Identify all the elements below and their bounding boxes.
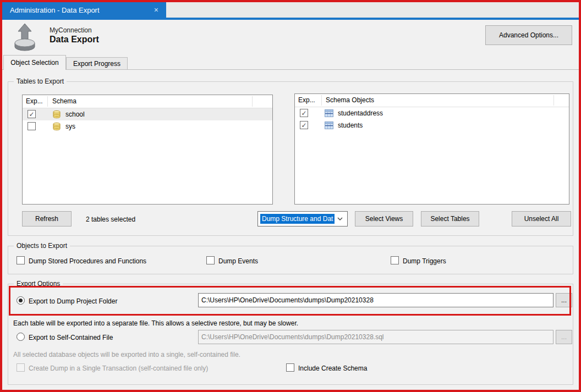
- export-checkbox-checked[interactable]: ✓: [300, 121, 308, 129]
- dump-type-dropdown[interactable]: Dump Structure and Dat: [257, 211, 348, 227]
- column-separator: [553, 95, 554, 106]
- tab-export-progress[interactable]: Export Progress: [66, 57, 128, 70]
- dump-folder-path-input[interactable]: C:\Users\HP\OneDrive\Documents\dumps\Dum…: [198, 293, 553, 307]
- select-tables-button[interactable]: Select Tables: [421, 211, 479, 227]
- unselect-all-button[interactable]: Unselect All: [512, 211, 571, 227]
- close-icon[interactable]: ×: [154, 5, 158, 14]
- column-separator: [252, 96, 253, 107]
- schema-list-header: Exp... Schema: [23, 95, 272, 108]
- export-checkbox-checked[interactable]: ✓: [300, 109, 308, 117]
- dump-events-checkbox[interactable]: [206, 256, 215, 264]
- column-schema-objects: Schema Objects: [326, 96, 374, 104]
- schema-name: school: [65, 111, 85, 118]
- table-icon: [325, 122, 333, 131]
- table-name: students: [338, 122, 363, 129]
- include-create-schema-checkbox[interactable]: [286, 363, 294, 372]
- include-create-schema-label: Include Create Schema: [298, 365, 367, 372]
- table-icon: [325, 109, 333, 119]
- schema-list[interactable]: Exp... Schema ✓ school: [22, 95, 273, 205]
- export-checkbox-checked[interactable]: ✓: [28, 110, 36, 118]
- tab-object-selection[interactable]: Object Selection: [3, 55, 66, 70]
- connection-name: MyConnection: [50, 26, 92, 34]
- page-title: Data Export: [50, 35, 99, 45]
- column-separator: [47, 96, 48, 107]
- column-export: Exp...: [298, 96, 315, 104]
- group-title: Export Options: [14, 280, 63, 288]
- tab-administration-data-export[interactable]: Administration - Data Export ×: [2, 2, 166, 18]
- dump-folder-note: Each table will be exported into a separ…: [13, 319, 298, 327]
- column-separator: [321, 95, 322, 106]
- dump-stored-procedures-checkbox[interactable]: [17, 256, 25, 264]
- refresh-button[interactable]: Refresh: [22, 211, 72, 227]
- data-export-window: Administration - Data Export × MyConnect…: [0, 0, 581, 392]
- dump-triggers-checkbox[interactable]: [391, 256, 399, 264]
- select-views-button[interactable]: Select Views: [355, 211, 413, 227]
- export-dump-folder-radio[interactable]: [17, 296, 25, 305]
- export-dump-folder-label: Export to Dump Project Folder: [29, 297, 117, 305]
- table-row-students[interactable]: ✓ students: [295, 119, 569, 131]
- tab-title: Administration - Data Export: [10, 6, 100, 14]
- schema-objects-list[interactable]: Exp... Schema Objects ✓ studentaddress ✓: [294, 93, 569, 205]
- dropdown-selected-value: Dump Structure and Dat: [260, 214, 335, 224]
- chevron-down-icon: [335, 217, 345, 220]
- group-title: Tables to Export: [14, 78, 67, 85]
- dump-triggers-label: Dump Triggers: [403, 257, 446, 265]
- table-name: studentaddress: [338, 109, 383, 117]
- export-self-contained-radio[interactable]: [17, 333, 25, 341]
- self-contained-note: All selected database objects will be ex…: [13, 351, 240, 358]
- schema-row-school[interactable]: ✓ school: [23, 108, 272, 120]
- export-self-contained-label: Export to Self-Contained File: [29, 334, 113, 341]
- database-icon: [52, 122, 61, 132]
- database-icon: [52, 110, 61, 120]
- dump-stored-procedures-label: Dump Stored Procedures and Functions: [29, 257, 146, 265]
- table-row-studentaddress[interactable]: ✓ studentaddress: [295, 107, 569, 119]
- schema-name: sys: [65, 123, 75, 130]
- self-contained-browse-button: ...: [556, 330, 572, 344]
- advanced-options-button[interactable]: Advanced Options...: [485, 25, 572, 45]
- single-transaction-checkbox: [17, 363, 25, 372]
- export-checkbox-unchecked[interactable]: [28, 122, 36, 130]
- selection-status: 2 tables selected: [86, 216, 135, 223]
- column-schema: Schema: [52, 97, 76, 105]
- group-title: Objects to Export: [14, 242, 70, 250]
- schema-objects-header: Exp... Schema Objects: [295, 94, 569, 107]
- self-contained-path-input: C:\Users\HP\OneDrive\Documents\dumps\Dum…: [198, 330, 553, 344]
- sub-tab-bar: Object Selection Export Progress: [2, 55, 579, 70]
- dump-events-label: Dump Events: [218, 257, 258, 265]
- main-tab-strip: Administration - Data Export ×: [2, 2, 579, 18]
- accent-divider: [2, 18, 579, 20]
- single-transaction-label: Create Dump in a Single Transaction (sel…: [29, 365, 208, 372]
- data-export-icon: [12, 23, 37, 52]
- column-export: Exp...: [26, 97, 43, 105]
- dump-folder-browse-button[interactable]: ...: [556, 293, 572, 307]
- schema-row-sys[interactable]: sys: [23, 120, 272, 132]
